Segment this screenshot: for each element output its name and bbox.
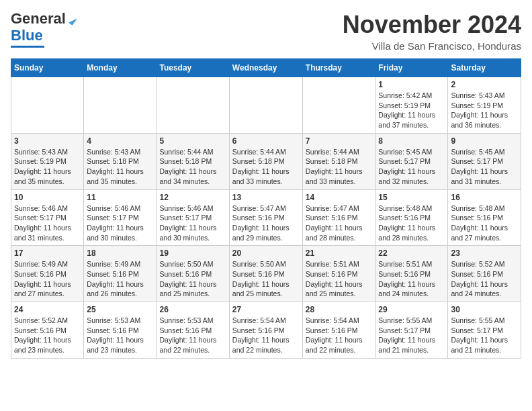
day-number: 11 xyxy=(87,193,153,202)
day-number: 1 xyxy=(378,80,445,89)
day-info: Sunrise: 5:45 AM Sunset: 5:17 PM Dayligh… xyxy=(378,147,445,187)
day-number: 14 xyxy=(306,193,373,202)
logo-text-general: General xyxy=(11,10,66,27)
day-info: Sunrise: 5:53 AM Sunset: 5:16 PM Dayligh… xyxy=(87,316,153,355)
weekday-header-sunday: Sunday xyxy=(11,59,84,77)
calendar-cell: 26Sunrise: 5:53 AM Sunset: 5:16 PM Dayli… xyxy=(157,302,229,359)
day-info: Sunrise: 5:43 AM Sunset: 5:18 PM Dayligh… xyxy=(87,147,153,187)
day-info: Sunrise: 5:44 AM Sunset: 5:18 PM Dayligh… xyxy=(232,147,300,187)
day-info: Sunrise: 5:42 AM Sunset: 5:19 PM Dayligh… xyxy=(378,91,445,130)
day-info: Sunrise: 5:48 AM Sunset: 5:16 PM Dayligh… xyxy=(378,203,445,243)
weekday-header-friday: Friday xyxy=(375,59,448,77)
day-number: 3 xyxy=(14,136,81,146)
calendar-cell: 11Sunrise: 5:46 AM Sunset: 5:17 PM Dayli… xyxy=(84,189,157,246)
day-number: 15 xyxy=(378,193,445,202)
day-number: 5 xyxy=(160,136,226,146)
calendar-cell: 22Sunrise: 5:51 AM Sunset: 5:16 PM Dayli… xyxy=(375,246,448,302)
day-number: 9 xyxy=(451,136,518,146)
day-number: 21 xyxy=(306,248,373,258)
day-number: 19 xyxy=(160,248,226,258)
page-header: General Blue November 2024 Villa de San … xyxy=(11,11,521,52)
day-info: Sunrise: 5:46 AM Sunset: 5:17 PM Dayligh… xyxy=(160,203,226,243)
day-number: 22 xyxy=(378,248,445,258)
calendar-cell: 29Sunrise: 5:55 AM Sunset: 5:17 PM Dayli… xyxy=(375,302,448,359)
day-number: 13 xyxy=(232,193,300,202)
day-info: Sunrise: 5:46 AM Sunset: 5:17 PM Dayligh… xyxy=(87,203,153,243)
day-info: Sunrise: 5:44 AM Sunset: 5:18 PM Dayligh… xyxy=(160,147,226,187)
calendar-week-4: 17Sunrise: 5:49 AM Sunset: 5:16 PM Dayli… xyxy=(11,246,521,302)
day-info: Sunrise: 5:46 AM Sunset: 5:17 PM Dayligh… xyxy=(14,203,81,243)
calendar-header-row: SundayMondayTuesdayWednesdayThursdayFrid… xyxy=(11,59,521,77)
day-info: Sunrise: 5:55 AM Sunset: 5:17 PM Dayligh… xyxy=(451,316,518,355)
day-info: Sunrise: 5:54 AM Sunset: 5:16 PM Dayligh… xyxy=(232,316,300,355)
calendar-cell: 9Sunrise: 5:45 AM Sunset: 5:17 PM Daylig… xyxy=(448,133,521,189)
calendar-cell xyxy=(157,77,229,134)
day-number: 17 xyxy=(14,248,81,258)
day-number: 8 xyxy=(378,136,445,146)
day-info: Sunrise: 5:45 AM Sunset: 5:17 PM Dayligh… xyxy=(451,147,518,187)
day-number: 4 xyxy=(87,136,153,146)
day-number: 25 xyxy=(87,305,153,314)
day-info: Sunrise: 5:43 AM Sunset: 5:19 PM Dayligh… xyxy=(14,147,81,187)
calendar-cell xyxy=(11,77,84,134)
weekday-header-saturday: Saturday xyxy=(448,59,521,77)
day-number: 23 xyxy=(451,248,518,258)
calendar-cell: 18Sunrise: 5:49 AM Sunset: 5:16 PM Dayli… xyxy=(84,246,157,302)
day-number: 18 xyxy=(87,248,153,258)
calendar-cell: 6Sunrise: 5:44 AM Sunset: 5:18 PM Daylig… xyxy=(229,133,302,189)
calendar-cell: 10Sunrise: 5:46 AM Sunset: 5:17 PM Dayli… xyxy=(11,189,84,246)
weekday-header-wednesday: Wednesday xyxy=(229,59,302,77)
calendar-table: SundayMondayTuesdayWednesdayThursdayFrid… xyxy=(11,58,521,359)
calendar-body: 1Sunrise: 5:42 AM Sunset: 5:19 PM Daylig… xyxy=(11,77,521,359)
day-info: Sunrise: 5:53 AM Sunset: 5:16 PM Dayligh… xyxy=(160,316,226,355)
day-info: Sunrise: 5:51 AM Sunset: 5:16 PM Dayligh… xyxy=(306,259,373,299)
calendar-cell: 17Sunrise: 5:49 AM Sunset: 5:16 PM Dayli… xyxy=(11,246,84,302)
calendar-cell xyxy=(84,77,157,134)
day-number: 24 xyxy=(14,305,81,314)
day-info: Sunrise: 5:55 AM Sunset: 5:17 PM Dayligh… xyxy=(378,316,445,355)
calendar-week-5: 24Sunrise: 5:52 AM Sunset: 5:16 PM Dayli… xyxy=(11,302,521,359)
logo-arrow-icon xyxy=(69,15,77,26)
weekday-header-monday: Monday xyxy=(84,59,157,77)
weekday-header-thursday: Thursday xyxy=(302,59,375,77)
calendar-week-3: 10Sunrise: 5:46 AM Sunset: 5:17 PM Dayli… xyxy=(11,189,521,246)
calendar-cell: 30Sunrise: 5:55 AM Sunset: 5:17 PM Dayli… xyxy=(448,302,521,359)
day-info: Sunrise: 5:50 AM Sunset: 5:16 PM Dayligh… xyxy=(160,259,226,299)
logo: General Blue xyxy=(11,11,75,48)
calendar-week-1: 1Sunrise: 5:42 AM Sunset: 5:19 PM Daylig… xyxy=(11,77,521,134)
day-number: 30 xyxy=(451,305,518,314)
calendar-cell: 15Sunrise: 5:48 AM Sunset: 5:16 PM Dayli… xyxy=(375,189,448,246)
calendar-cell: 14Sunrise: 5:47 AM Sunset: 5:16 PM Dayli… xyxy=(302,189,375,246)
day-info: Sunrise: 5:47 AM Sunset: 5:16 PM Dayligh… xyxy=(306,203,373,243)
calendar-cell: 16Sunrise: 5:48 AM Sunset: 5:16 PM Dayli… xyxy=(448,189,521,246)
calendar-cell: 1Sunrise: 5:42 AM Sunset: 5:19 PM Daylig… xyxy=(375,77,448,134)
calendar-cell xyxy=(302,77,375,134)
month-title: November 2024 xyxy=(343,11,521,39)
day-number: 6 xyxy=(232,136,300,146)
calendar-cell: 4Sunrise: 5:43 AM Sunset: 5:18 PM Daylig… xyxy=(84,133,157,189)
calendar-cell: 23Sunrise: 5:52 AM Sunset: 5:16 PM Dayli… xyxy=(448,246,521,302)
weekday-header-tuesday: Tuesday xyxy=(157,59,229,77)
day-info: Sunrise: 5:52 AM Sunset: 5:16 PM Dayligh… xyxy=(14,316,81,355)
calendar-cell: 28Sunrise: 5:54 AM Sunset: 5:16 PM Dayli… xyxy=(302,302,375,359)
day-info: Sunrise: 5:47 AM Sunset: 5:16 PM Dayligh… xyxy=(232,203,300,243)
day-number: 2 xyxy=(451,80,518,89)
location-subtitle: Villa de San Francisco, Honduras xyxy=(343,40,521,52)
day-info: Sunrise: 5:54 AM Sunset: 5:16 PM Dayligh… xyxy=(306,316,373,355)
day-number: 29 xyxy=(378,305,445,314)
day-number: 26 xyxy=(160,305,226,314)
day-number: 27 xyxy=(232,305,300,314)
day-number: 16 xyxy=(451,193,518,202)
logo-text-blue: Blue xyxy=(11,27,43,44)
day-info: Sunrise: 5:52 AM Sunset: 5:16 PM Dayligh… xyxy=(451,259,518,299)
calendar-cell: 25Sunrise: 5:53 AM Sunset: 5:16 PM Dayli… xyxy=(84,302,157,359)
calendar-cell: 7Sunrise: 5:44 AM Sunset: 5:18 PM Daylig… xyxy=(302,133,375,189)
title-area: November 2024 Villa de San Francisco, Ho… xyxy=(343,11,521,52)
day-info: Sunrise: 5:44 AM Sunset: 5:18 PM Dayligh… xyxy=(306,147,373,187)
day-info: Sunrise: 5:50 AM Sunset: 5:16 PM Dayligh… xyxy=(232,259,300,299)
day-info: Sunrise: 5:51 AM Sunset: 5:16 PM Dayligh… xyxy=(378,259,445,299)
calendar-cell: 3Sunrise: 5:43 AM Sunset: 5:19 PM Daylig… xyxy=(11,133,84,189)
day-info: Sunrise: 5:49 AM Sunset: 5:16 PM Dayligh… xyxy=(87,259,153,299)
calendar-cell: 13Sunrise: 5:47 AM Sunset: 5:16 PM Dayli… xyxy=(229,189,302,246)
calendar-cell: 19Sunrise: 5:50 AM Sunset: 5:16 PM Dayli… xyxy=(157,246,229,302)
